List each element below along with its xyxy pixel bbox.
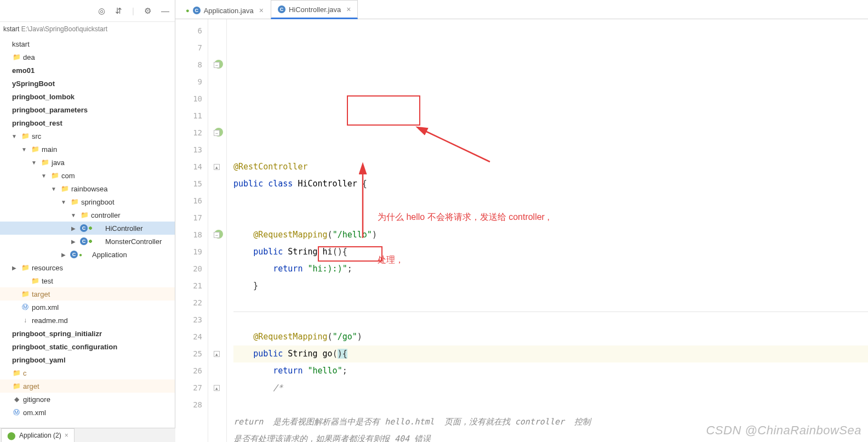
- spring-leaf-icon: ⬤: [7, 431, 16, 440]
- code-line-22[interactable]: return 是先看视图解析器当中是否有 hello.html 页面，没有就在找…: [233, 413, 868, 430]
- tree-item-pringboot-spring-initializr[interactable]: pringboot_spring_initializr: [0, 327, 175, 340]
- fold-icon[interactable]: −: [214, 62, 220, 68]
- code-line-21[interactable]: [233, 396, 868, 413]
- tree-item-yspringboot[interactable]: ySpringBoot: [0, 77, 175, 90]
- divider: |: [132, 6, 134, 15]
- code-line-16[interactable]: [233, 311, 868, 328]
- fold-icon[interactable]: ▴: [214, 385, 220, 391]
- gear-icon[interactable]: ⚙: [144, 6, 151, 16]
- code-line-7[interactable]: @RestController: [233, 158, 868, 175]
- tree-item-arget[interactable]: 📁arget: [0, 379, 175, 393]
- tree-item-java[interactable]: ▼📁java: [0, 156, 175, 169]
- code-line-15[interactable]: [233, 294, 868, 311]
- tree-item-pom-xml[interactable]: Ⓜpom.xml: [0, 301, 175, 314]
- tree-item-kstart[interactable]: kstart: [0, 37, 175, 50]
- select-opened-file-icon[interactable]: ◎: [98, 6, 105, 16]
- tree-item-pringboot-lombok[interactable]: pringboot_lombok: [0, 90, 175, 103]
- hide-icon[interactable]: —: [161, 6, 169, 15]
- tree-item-main[interactable]: ▼📁main: [0, 143, 175, 156]
- tab-application-java[interactable]: ●CApplication.java×: [179, 1, 271, 19]
- redbox-hello-string: [347, 95, 420, 126]
- tree-item-src[interactable]: ▼📁src: [0, 129, 175, 143]
- gutter-linenumbers: 6789101112131415161718192021222324252627…: [175, 19, 208, 442]
- tree-item-pringboot-parameters[interactable]: pringboot_parameters: [0, 103, 175, 116]
- code-line-10[interactable]: [233, 209, 868, 226]
- fold-icon[interactable]: ▴: [214, 164, 220, 170]
- sidebar-toolbar: ◎ ⇵ | ⚙ —: [0, 0, 175, 22]
- tree-item-dea[interactable]: 📁dea: [0, 50, 175, 64]
- tree-item-pringboot-static-configuration[interactable]: pringboot_static_configuration: [0, 340, 175, 353]
- tree-item-com[interactable]: ▼📁com: [0, 169, 175, 182]
- tree-item-pringboot-rest[interactable]: pringboot_rest: [0, 116, 175, 129]
- bottom-tab-label: Application (2): [19, 432, 61, 439]
- editor-tabs: ●CApplication.java×CHiController.java×: [175, 0, 868, 19]
- code-area: 6789101112131415161718192021222324252627…: [175, 19, 868, 442]
- project-sidebar: ◎ ⇵ | ⚙ — kstart E:\Java\SpringBoot\quic…: [0, 0, 175, 442]
- code-line-23[interactable]: 是否有处理该请求的，如果两者都没有则报 404 错误: [233, 430, 868, 442]
- tree-item-hicontroller[interactable]: ▶CHiController: [0, 222, 175, 235]
- code-line-18[interactable]: public String go(){: [233, 345, 868, 362]
- expand-all-icon[interactable]: ⇵: [115, 6, 122, 16]
- code-content[interactable]: 为什么 hello 不会将请求，发送给 controller , 处理， @Re…: [227, 19, 868, 442]
- code-line-11[interactable]: @RequestMapping("/hello"): [233, 226, 868, 243]
- fold-icon[interactable]: −: [214, 130, 220, 136]
- code-line-6[interactable]: [233, 141, 868, 158]
- tree-item-springboot[interactable]: ▼📁springboot: [0, 195, 175, 208]
- code-line-20[interactable]: /*: [233, 379, 868, 396]
- tree-item-rainbowsea[interactable]: ▼📁rainbowsea: [0, 182, 175, 195]
- code-line-9[interactable]: [233, 192, 868, 209]
- tree-item-c[interactable]: 📁c: [0, 366, 175, 379]
- bottom-bar: ⬤ Application (2) ×: [0, 428, 175, 442]
- code-line-13[interactable]: return "hi:):)";: [233, 260, 868, 277]
- project-path: kstart E:\Java\SpringBoot\quickstart: [0, 22, 175, 36]
- tree-item-test[interactable]: 📁test: [0, 274, 175, 287]
- tree-item-readme-md[interactable]: ↓readme.md: [0, 314, 175, 327]
- tree-item-application[interactable]: ▶C●Application: [0, 248, 175, 261]
- code-line-12[interactable]: public String hi(){: [233, 243, 868, 260]
- tree-item-gitignore[interactable]: ◆gitignore: [0, 393, 175, 406]
- tree-item-monstercontroller[interactable]: ▶CMonsterController: [0, 235, 175, 248]
- project-tree[interactable]: kstart📁deaemo01ySpringBootpringboot_lomb…: [0, 36, 175, 442]
- close-icon[interactable]: ×: [259, 6, 264, 15]
- tree-item-om-xml[interactable]: Ⓜom.xml: [0, 406, 175, 419]
- close-icon[interactable]: ×: [65, 432, 68, 439]
- tree-item-resources[interactable]: ▶📁resources: [0, 261, 175, 274]
- bottom-tab-application[interactable]: ⬤ Application (2) ×: [1, 428, 75, 442]
- fold-icon[interactable]: ▴: [214, 351, 220, 357]
- close-icon[interactable]: ×: [346, 5, 351, 14]
- tab-hicontroller-java[interactable]: CHiController.java×: [271, 0, 358, 19]
- gutter-icons: −−▴−▴▴: [208, 19, 227, 442]
- tree-item-controller[interactable]: ▼📁controller: [0, 208, 175, 222]
- tree-item-emo01[interactable]: emo01: [0, 64, 175, 77]
- tree-item-pringboot-yaml[interactable]: pringboot_yaml: [0, 353, 175, 366]
- code-line-19[interactable]: return "hello";: [233, 362, 868, 379]
- fold-icon[interactable]: −: [214, 232, 220, 238]
- code-line-17[interactable]: @RequestMapping("/go"): [233, 328, 868, 345]
- code-line-8[interactable]: public class HiController {: [233, 175, 868, 192]
- editor-area: ●CApplication.java×CHiController.java× 6…: [175, 0, 868, 442]
- tree-item-target[interactable]: 📁target: [0, 287, 175, 301]
- code-line-14[interactable]: }: [233, 277, 868, 294]
